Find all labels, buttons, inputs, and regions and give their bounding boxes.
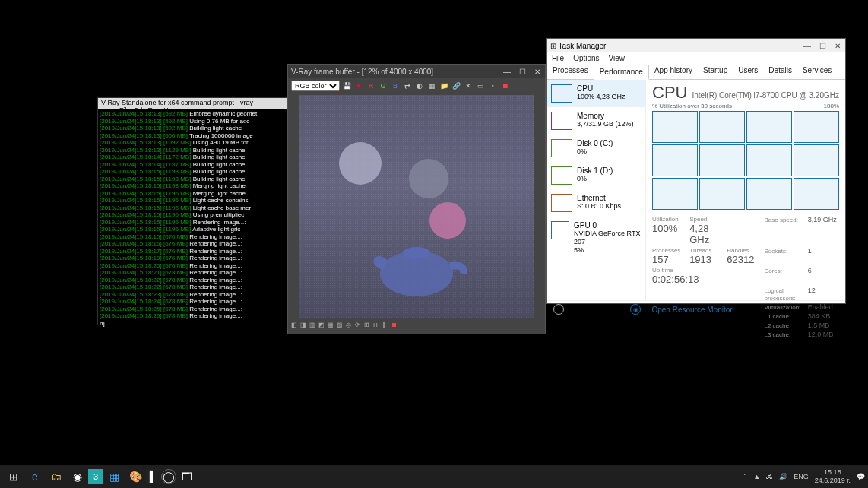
cmd-icon[interactable]: ▍ (146, 469, 161, 484)
g-channel-button[interactable]: G (378, 81, 388, 91)
app-icon[interactable]: ▦ (103, 466, 125, 487)
taskmgr-title: Task Manager (559, 42, 607, 50)
tab-app-history[interactable]: App history (649, 64, 698, 79)
core-graph (746, 144, 792, 176)
menu-file[interactable]: File (552, 54, 564, 62)
resource-list: CPU100% 4,28 GHzMemory3,7/31,9 GB (12%)D… (547, 80, 646, 300)
bt-icon[interactable]: ◧ (291, 322, 299, 329)
bt-icon[interactable]: H (373, 322, 381, 329)
save-icon[interactable]: 💾 (341, 81, 352, 91)
core-graph (794, 178, 839, 210)
bt-icon[interactable]: ‖ (382, 322, 390, 329)
bt-icon[interactable]: ⊞ (364, 322, 372, 329)
pick-icon[interactable]: ▫ (487, 81, 498, 91)
system-tray: ˄ ▲ 🖧 🔊 ENG 15:18 24.6.2019 г. 💬 (743, 468, 865, 485)
resource-gpu0[interactable]: GPU 0NVIDIA GeForce RTX 2075% (547, 217, 645, 259)
tab-startup[interactable]: Startup (698, 64, 733, 79)
stop-icon[interactable]: ⏹ (499, 81, 510, 91)
chevron-up-icon[interactable]: ˄ (743, 473, 747, 480)
tab-details[interactable]: Details (763, 64, 797, 79)
console-output: [2019/Jun/24|15:18:13] [592 MB] Embree d… (98, 109, 287, 328)
language-indicator[interactable]: ENG (794, 473, 809, 480)
bt-icon[interactable]: ◨ (300, 322, 308, 329)
resource-disk0c[interactable]: Disk 0 (C:)0% (547, 135, 645, 162)
cpu-name: Intel(R) Core(TM) i7-8700 CPU @ 3.20GHz (692, 91, 839, 100)
volume-icon[interactable]: 🔊 (779, 473, 787, 480)
vray-titlebar[interactable]: V-Ray frame buffer - [12% of 4000 x 4000… (288, 65, 545, 78)
vray-title: V-Ray frame buffer - [12% of 4000 x 4000… (291, 68, 502, 76)
explorer-icon[interactable]: 🗂 (46, 466, 67, 487)
core-graph (699, 111, 745, 143)
cpu-core-graphs (652, 111, 839, 210)
cpu-panel: CPU Intel(R) Core(TM) i7-8700 CPU @ 3.20… (646, 80, 845, 300)
core-graph (746, 111, 792, 143)
tab-users[interactable]: Users (733, 64, 763, 79)
vray-frame-buffer-window: V-Ray frame buffer - [12% of 4000 x 4000… (287, 64, 546, 334)
taskmgr-tabs: ProcessesPerformanceApp historyStartupUs… (547, 64, 845, 80)
resource-disk1d[interactable]: Disk 1 (D:)0% (547, 162, 645, 189)
clock[interactable]: 15:18 24.6.2019 г. (815, 468, 851, 485)
open-resource-monitor-link[interactable]: Open Resource Monitor (651, 306, 732, 314)
graph-label: % Utilization over 30 seconds (652, 103, 732, 109)
heart-icon[interactable]: ♥ (353, 81, 364, 91)
link-icon[interactable]: 🔗 (451, 81, 461, 91)
resource-memory[interactable]: Memory3,7/31,9 GB (12%) (547, 107, 645, 135)
b-channel-button[interactable]: B (390, 81, 401, 91)
console-titlebar[interactable]: V-Ray Standalone for x64 command prompt … (98, 98, 287, 109)
edge-icon[interactable]: e (24, 466, 46, 487)
tab-processes[interactable]: Processes (547, 64, 594, 79)
minimize-icon[interactable]: — (502, 67, 512, 76)
menu-view[interactable]: View (609, 54, 626, 62)
app-icon[interactable]: ◯ (161, 469, 176, 484)
bt-icon[interactable]: ▧ (337, 322, 344, 329)
bt-icon[interactable]: ▦ (328, 322, 335, 329)
notifications-icon[interactable]: 💬 (857, 473, 865, 480)
resource-ethernet[interactable]: EthernetS: 0 R: 0 Kbps (547, 189, 645, 217)
chrome-icon[interactable]: ◉ (67, 466, 88, 487)
channel-select[interactable]: RGB color (291, 81, 340, 91)
bt-icon[interactable]: ◎ (346, 322, 353, 329)
monitor-icon: ◉ (630, 304, 641, 315)
close-icon[interactable]: ✕ (533, 67, 542, 76)
core-graph (794, 111, 839, 143)
resource-cpu[interactable]: CPU100% 4,28 GHz (547, 80, 645, 107)
bt-icon[interactable]: ⏹ (391, 322, 399, 329)
maximize-icon[interactable]: ☐ (818, 41, 827, 50)
maximize-icon[interactable]: ☐ (518, 67, 527, 76)
clear-icon[interactable]: ✕ (463, 81, 474, 91)
chevron-up-icon[interactable]: ˄ (553, 304, 564, 315)
close-icon[interactable]: ✕ (833, 41, 842, 50)
graph-max: 100% (824, 103, 839, 109)
vray-bottom-toolbar: ◧ ◨ ▥ ◩ ▦ ▧ ◎ ⟳ ⊞ H ‖ ⏹ (288, 320, 545, 331)
windows-taskbar: ⊞ e 🗂 ◉ 3 ▦ 🎨 ▍ ◯ 🗔 ˄ ▲ 🖧 🔊 ENG 15:18 24… (0, 465, 868, 488)
cpu-stats: Utilization100% Speed4,28 GHz Base speed… (652, 216, 839, 338)
tab-services[interactable]: Services (797, 64, 837, 79)
menu-options[interactable]: Options (573, 54, 599, 62)
3dsmax-icon[interactable]: 3 (88, 469, 103, 484)
task-manager-window: ⊞ Task Manager — ☐ ✕ FileOptionsView Pro… (546, 38, 846, 304)
bt-icon[interactable]: ◩ (318, 322, 326, 329)
taskmgr-titlebar[interactable]: ⊞ Task Manager — ☐ ✕ (547, 39, 845, 52)
tab-performance[interactable]: Performance (594, 65, 649, 80)
r-channel-button[interactable]: R (366, 81, 376, 91)
render-viewport[interactable] (299, 95, 534, 318)
app-icon[interactable]: 🎨 (125, 466, 146, 487)
app-icon[interactable]: 🗔 (176, 466, 198, 487)
minimize-icon[interactable]: — (803, 41, 812, 50)
network-icon[interactable]: 🖧 (766, 473, 773, 480)
region-icon[interactable]: ▭ (475, 81, 486, 91)
bt-icon[interactable]: ▥ (309, 322, 317, 329)
swap-icon[interactable]: ⇄ (402, 81, 413, 91)
bt-icon[interactable]: ⟳ (355, 322, 363, 329)
core-graph (652, 178, 698, 210)
start-button[interactable]: ⊞ (3, 466, 24, 487)
grid-icon[interactable]: ▦ (426, 81, 437, 91)
svg-point-1 (409, 159, 448, 198)
svg-point-0 (339, 142, 382, 185)
mono-icon[interactable]: ◐ (414, 81, 425, 91)
tray-icon[interactable]: ▲ (753, 473, 760, 480)
fewer-details-link[interactable]: Fewer details (575, 306, 619, 314)
svg-point-2 (429, 202, 466, 239)
folder-icon[interactable]: 📁 (439, 81, 449, 91)
svg-point-4 (403, 247, 430, 259)
